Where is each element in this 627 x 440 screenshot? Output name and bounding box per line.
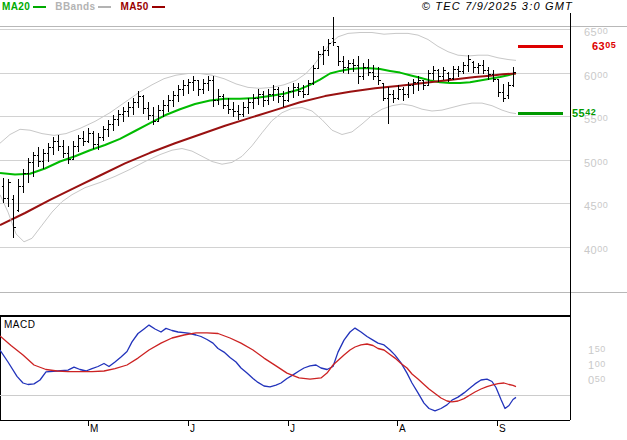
ma50-line-swatch xyxy=(152,6,165,8)
legend-label-ma20: MA20 xyxy=(2,2,30,12)
month-label-J: J xyxy=(190,424,195,434)
macd-panel-title: MACD xyxy=(4,320,35,330)
price-axis-label-5500-decimals: 00 xyxy=(597,114,608,123)
legend-item-ma20: MA20 xyxy=(2,2,46,12)
macd-axis-label-050: 050 xyxy=(588,375,606,386)
macd-axis-label-150-main: 1 xyxy=(588,344,595,356)
macd-axis-label-100: 100 xyxy=(588,360,606,371)
macd-axis-label-100-decimals: 00 xyxy=(595,360,606,369)
price-axis-label-6500-main: 65 xyxy=(584,26,597,38)
macd-axis-label-050-main: 0 xyxy=(588,374,595,386)
legend-label-ma50: MA50 xyxy=(120,2,148,12)
bbands-lower-line xyxy=(0,103,516,242)
alert-label-5542: 5542 xyxy=(572,108,596,119)
legend-item-bbands: BBands xyxy=(55,2,111,12)
price-axis-label-6500-decimals: 00 xyxy=(597,27,608,36)
macd-axis-label-150: 150 xyxy=(588,345,606,356)
alert-label-6305-main: 63 xyxy=(592,40,605,52)
alert-label-5542-main: 55 xyxy=(572,107,585,119)
macd-signal-line xyxy=(0,333,516,402)
macd-axis-label-150-decimals: 50 xyxy=(595,345,606,354)
price-axis-label-4500-decimals: 00 xyxy=(597,201,608,210)
price-axis-label-6000: 6000 xyxy=(584,71,608,82)
price-axis-label-5000-main: 50 xyxy=(584,157,597,169)
chart-canvas xyxy=(0,0,627,440)
legend-item-ma50: MA50 xyxy=(120,2,164,12)
macd-axis-label-050-decimals: 50 xyxy=(595,375,606,384)
bbands-upper-line xyxy=(0,33,516,144)
macd-axis-label-100-main: 1 xyxy=(588,359,595,371)
legend-label-bbands: BBands xyxy=(55,2,95,12)
macd-MACD-line xyxy=(0,325,516,411)
price-axis-label-4000-main: 40 xyxy=(584,244,597,256)
price-axis-label-4000: 4000 xyxy=(584,245,608,256)
price-axis-label-5000: 5000 xyxy=(584,158,608,169)
price-axis-label-5000-decimals: 00 xyxy=(597,158,608,167)
bbands-line-swatch xyxy=(98,6,111,8)
price-axis-label-6000-main: 60 xyxy=(584,70,597,82)
month-label-J: J xyxy=(290,424,295,434)
price-axis-label-4000-decimals: 00 xyxy=(597,245,608,254)
price-axis-label-4500: 4500 xyxy=(584,201,608,212)
ohlc-candles xyxy=(2,17,516,238)
copyright-timestamp: © TEC 7/9/2025 3:0 GMT xyxy=(422,1,573,12)
stock-chart-page: MA20 BBands MA50 © TEC 7/9/2025 3:0 GMT … xyxy=(0,0,627,440)
chart-legend: MA20 BBands MA50 xyxy=(2,2,165,12)
ma20-line xyxy=(0,68,516,174)
alert-label-6305-decimals: 05 xyxy=(605,41,616,50)
ma20-line-swatch xyxy=(33,6,46,8)
price-axis-label-4500-main: 45 xyxy=(584,200,597,212)
price-axis-label-6000-decimals: 00 xyxy=(597,71,608,80)
month-label-M: M xyxy=(90,424,98,434)
month-label-S: S xyxy=(499,424,506,434)
alert-label-6305: 6305 xyxy=(592,41,616,52)
month-label-A: A xyxy=(399,424,406,434)
price-axis-label-6500: 6500 xyxy=(584,27,608,38)
alert-label-5542-decimals: 42 xyxy=(585,108,596,117)
